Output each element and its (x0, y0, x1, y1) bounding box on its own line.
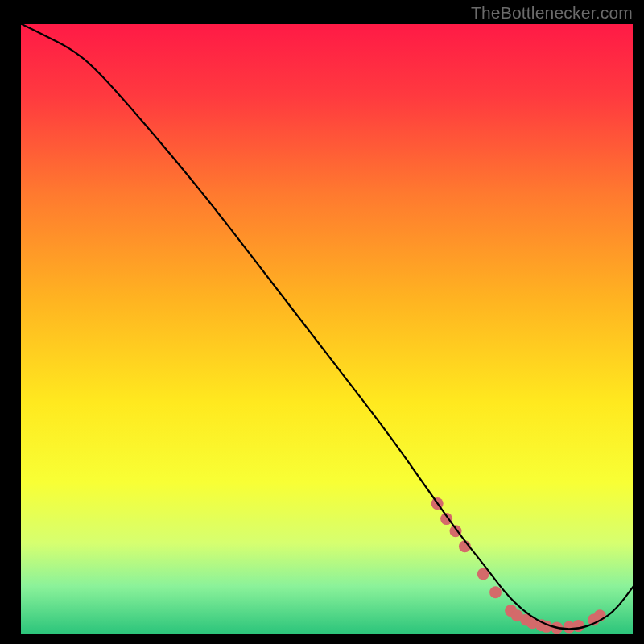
chart-stage: TheBottlenecker.com (0, 0, 644, 644)
plot-background (20, 23, 634, 635)
scatter-point (572, 620, 584, 632)
chart-svg (0, 0, 644, 644)
scatter-point (489, 586, 502, 598)
watermark-label: TheBottlenecker.com (471, 3, 633, 23)
